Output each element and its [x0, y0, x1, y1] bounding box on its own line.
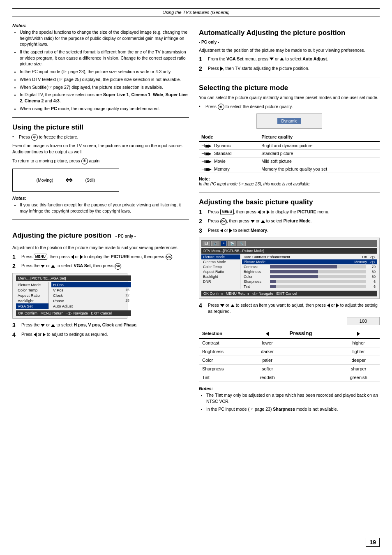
- quality-td-movie: Mild soft picture: [259, 157, 380, 165]
- arrow-icon: ⇔: [65, 175, 73, 185]
- step-num-2: 2: [12, 263, 19, 270]
- mode-note: Note: In the PC input mode (☞ page 23), …: [199, 176, 380, 186]
- step-num-3: 3: [12, 322, 19, 329]
- sel-press-table: Selection Pressing Contrast lower higher: [199, 328, 380, 382]
- sp-left-color: paler: [249, 356, 286, 365]
- sp-row-tint: Tint reddish greenish: [199, 373, 380, 382]
- mode-td-dynamic: ⊣◼▶ Dynamic: [199, 141, 259, 150]
- step-content-4: Press or to adjust to settings as requir…: [21, 331, 189, 338]
- quality-td-dynamic: Bright and dynamic picture: [259, 141, 380, 150]
- mode-row-movie: ⊣◼▶ Movie Mild soft picture: [199, 157, 380, 165]
- tri-down-b4: [220, 304, 224, 307]
- note-item: When Subtitle(☞ page 27) displayed, the …: [20, 84, 189, 90]
- sp-empty-brightness: [286, 347, 338, 356]
- vga-row-backlight: Backlight: [16, 298, 48, 303]
- auto-step-content-1: From the VGA Set menu, press or to selec…: [208, 56, 380, 62]
- pic-row-dnr: DNR: [201, 279, 240, 284]
- page-number: 19: [366, 538, 380, 547]
- tri-right-b4: [336, 303, 339, 308]
- tri-right-1: [80, 255, 83, 259]
- sp-th-selection: Selection: [199, 328, 249, 338]
- tri-right-4: [43, 333, 46, 337]
- tri-up-3: [51, 324, 55, 327]
- notes-still-section: Notes: If you use this function except f…: [12, 196, 189, 214]
- note-right-2: In the PC input mode (☞ page 23) Sharpne…: [206, 406, 380, 412]
- note-item: If the aspect ratio of the selected form…: [20, 49, 189, 67]
- menu-btn-b1: MENU: [220, 209, 234, 215]
- mode-td-memory: ⊣◼▶ Memory: [199, 165, 259, 173]
- sp-sel-sharpness: Sharpness: [199, 365, 249, 373]
- basic-step-1: 1 Press MENU, then press or to display t…: [199, 209, 380, 216]
- sp-left-contrast: lower: [249, 338, 286, 347]
- mode-th-quality: Picture quality: [259, 133, 380, 141]
- page: Using the TV's features (General) Notes:…: [0, 0, 392, 555]
- menu-btn-1: MENU: [34, 254, 47, 260]
- adjust-pos-title: Adjusting the picture position: [12, 231, 111, 240]
- mode-td-standard: ⊣◼▶ Standard: [199, 149, 259, 157]
- picture-btn-icon: ◉: [218, 104, 224, 110]
- sp-sel-tint: Tint: [199, 373, 249, 382]
- vga-sub-vpos: V Pos15: [51, 287, 131, 293]
- vga-sub-hpos: H Pos: [51, 282, 131, 287]
- picture-still-para1: Even if an image is frozen on the TV scr…: [12, 143, 189, 155]
- basic-step-3: 3 Press or to select Memory.: [199, 227, 380, 234]
- pic-row-color-temp: Color Temp: [201, 264, 240, 269]
- notes-still-label: Notes:: [12, 196, 189, 201]
- step-content-2: Press the or to select VGA Set, then pre…: [21, 263, 189, 269]
- bullet-dot: •: [12, 134, 16, 139]
- pic-right-color: Color 50: [242, 274, 377, 279]
- mode-row-dynamic: ⊣◼▶ Dynamic Bright and dynamic picture: [199, 141, 380, 150]
- tri-up-2: [51, 265, 55, 268]
- picture-still-para2: To return to a moving picture, press ❄ a…: [12, 158, 189, 164]
- auto-adjust-intro: Adjustment to the position of the pictur…: [199, 47, 380, 53]
- mode-icon-movie: ⊣◼▶: [201, 159, 212, 164]
- page-header: Using the TV's features (General): [12, 8, 380, 16]
- sp-th-left: [249, 328, 286, 338]
- notes-right-bottom: Notes: The Tint may only be adjusted on …: [199, 386, 380, 412]
- divider-r1: [199, 78, 380, 78]
- basic-step-num-4: 4: [199, 302, 205, 309]
- note-item: In Digital TV, the picture size selectio…: [20, 92, 189, 104]
- auto-step-num-2: 2: [199, 65, 205, 72]
- tri-left-b3: [220, 229, 223, 233]
- note-right-1: The Tint may only be adjusted on a tape …: [206, 392, 380, 404]
- note-item: When DTV teletext (☞ page 25) displayed,…: [20, 76, 189, 83]
- pic-row-picture-mode: Picture Mode: [201, 254, 240, 259]
- vga-menu-box: Menu...[PICTURE...VGA Set] Picture Mode …: [12, 273, 127, 319]
- basic-step-num-1: 1: [199, 209, 205, 216]
- tri-left-1: [71, 255, 74, 259]
- picture-still-text: Press ❄ to freeze the picture.: [19, 134, 78, 141]
- tab-icon-4: 📡: [228, 241, 236, 246]
- step-num-4: 4: [12, 331, 19, 338]
- sp-left-tint: reddish: [249, 373, 286, 382]
- picture-still-title: Using the picture still: [12, 123, 189, 132]
- freeze-icon-2: ❄: [81, 158, 88, 164]
- tri-up-b2: [261, 220, 265, 223]
- pic-right-contrast: Contrast 70: [242, 264, 377, 269]
- tri-right-th: [357, 332, 360, 336]
- step-content-1: Press MENU, then press or to display the…: [21, 254, 189, 260]
- sp-sel-brightness: Brightness: [199, 347, 249, 356]
- notes-top-section: Notes: Using the special functions to ch…: [12, 23, 189, 111]
- adjust-pos-intro: Adjustment to the position of the pictur…: [12, 245, 189, 251]
- pic-row-cinema-mode: Cinema Mode: [201, 259, 240, 264]
- main-content: Notes: Using the special functions to ch…: [12, 23, 380, 416]
- vga-sub-clock: Clock12: [51, 293, 131, 298]
- notes-right-list: The Tint may only be adjusted on a tape …: [199, 392, 380, 412]
- pic-right-ace: Auto Contrast Enhancement On ◁▷: [242, 254, 377, 259]
- tri-left-4: [34, 333, 37, 337]
- sp-right-contrast: higher: [337, 338, 380, 347]
- vga-row-vga-set: VGA Set: [16, 303, 48, 309]
- vga-sub-autoadj: Auto Adjust: [51, 303, 131, 309]
- picture-still-bullet: • Press ❄ to freeze the picture.: [12, 134, 189, 141]
- divider-r2: [199, 192, 380, 192]
- mode-note-text: In the PC input mode (☞ page 23), this m…: [199, 182, 311, 186]
- note-item: When using the PC mode, the moving image…: [20, 106, 189, 112]
- auto-step-2: 2 Press , then TV starts adjusting the p…: [199, 65, 380, 72]
- quality-td-memory: Memory the picture quality you set: [259, 165, 380, 173]
- auto-adjust-section: Automatically Adjusting the picture posi…: [199, 29, 380, 72]
- vga-sub-phase: Phase15: [51, 298, 131, 303]
- tri-right-b1: [267, 210, 270, 214]
- select-mode-title: Selecting the picture mode: [199, 84, 380, 92]
- basic-step-content-1: Press MENU, then press or to display the…: [208, 209, 380, 215]
